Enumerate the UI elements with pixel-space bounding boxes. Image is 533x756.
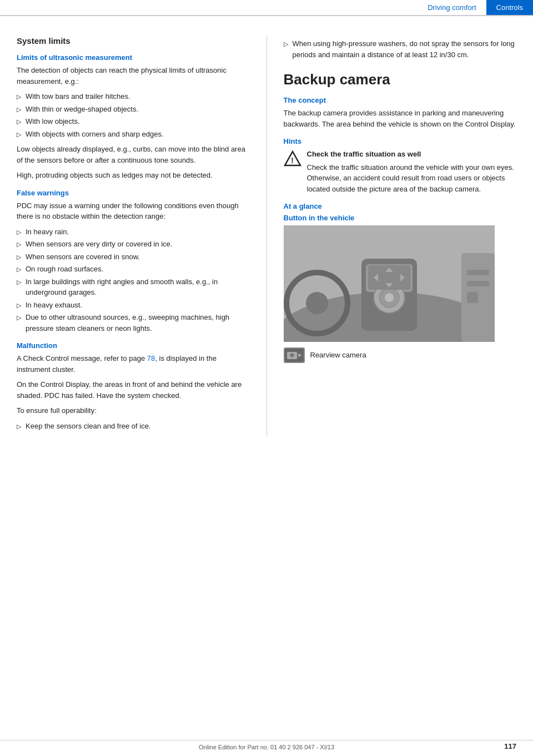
svg-rect-19 [467, 292, 478, 303]
list-item: ▷ When sensors are very dirty or covered… [17, 239, 250, 250]
tab-driving-comfort[interactable]: Driving comfort [418, 0, 486, 15]
bullet-arrow-icon: ▷ [284, 39, 288, 49]
malfunction-subsection-title: Malfunction [17, 341, 250, 350]
warning-box: ! Check the traffic situation as well Ch… [284, 149, 517, 194]
list-item: ▷ When sensors are covered in snow. [17, 251, 250, 263]
bullet-arrow-icon: ▷ [17, 228, 21, 237]
tab-controls[interactable]: Controls [486, 0, 533, 15]
left-column: System limits Limits of ultrasonic measu… [17, 36, 250, 436]
warning-triangle-icon: ! [284, 150, 301, 168]
page-header: Driving comfort Controls [0, 0, 533, 16]
button-in-vehicle-subsection-title: Button in the vehicle [284, 214, 517, 222]
bullet-arrow-icon: ▷ [17, 105, 21, 114]
malfunction-bullet-list: ▷ Keep the sensors clean and free of ice… [17, 421, 250, 432]
camera-button-icon [284, 347, 305, 363]
right-column: ▷ When using high-pressure washers, do n… [284, 36, 517, 436]
bullet-arrow-icon: ▷ [17, 253, 21, 262]
concept-text: The backup camera provides assistance in… [284, 108, 517, 129]
false-warnings-intro-text: PDC may issue a warning under the follow… [17, 200, 250, 222]
bullet-arrow-icon: ▷ [17, 117, 21, 127]
svg-point-23 [291, 354, 293, 356]
limits-bullet-list: ▷ With tow bars and trailer hitches. ▷ W… [17, 91, 250, 139]
bullet-arrow-icon: ▷ [17, 301, 21, 310]
rearview-camera-label: Rearview camera [310, 350, 366, 361]
limits-subsection-title: Limits of ultrasonic measurement [17, 53, 250, 62]
list-item: ▷ With thin or wedge-shaped objects. [17, 104, 250, 115]
bullet-arrow-icon: ▷ [17, 240, 21, 249]
false-warnings-bullet-list: ▷ In heavy rain. ▷ When sensors are very… [17, 226, 250, 334]
system-limits-title: System limits [17, 36, 250, 46]
car-interior-image [284, 225, 495, 342]
bullet-arrow-icon: ▷ [17, 130, 21, 139]
list-item: ▷ In heavy exhaust. [17, 300, 250, 311]
warning-text-block: Check the traffic situation as well Chec… [307, 149, 517, 194]
svg-rect-17 [467, 270, 489, 275]
backup-camera-title: Backup camera [284, 71, 517, 88]
false-warnings-subsection-title: False warnings [17, 189, 250, 197]
column-divider [266, 36, 267, 436]
svg-text:!: ! [291, 156, 294, 165]
svg-point-8 [385, 293, 394, 302]
low-objects-text: Low objects already displayed, e.g., cur… [17, 144, 250, 165]
bullet-arrow-icon: ▷ [17, 265, 21, 274]
at-a-glance-subsection-title: At a glance [284, 202, 517, 210]
list-item: ▷ With objects with corners and sharp ed… [17, 129, 250, 140]
rearview-camera-row: Rearview camera [284, 347, 517, 363]
malfunction-text3: To ensure full operability: [17, 405, 250, 416]
limits-intro-text: The detection of objects can reach the p… [17, 65, 250, 87]
bullet-arrow-icon: ▷ [17, 422, 21, 431]
header-divider [0, 16, 533, 16]
malfunction-link[interactable]: 78 [147, 354, 155, 362]
hints-subsection-title: Hints [284, 137, 517, 145]
svg-rect-18 [467, 281, 489, 286]
list-item: ▷ In large buildings with right angles a… [17, 276, 250, 298]
malfunction-text2: On the Control Display, the areas in fro… [17, 379, 250, 401]
footer: Online Edition for Part no. 01 40 2 926 … [0, 740, 533, 750]
list-item: ▷ Due to other ultrasound sources, e.g.,… [17, 312, 250, 334]
bullet-arrow-icon: ▷ [17, 92, 21, 102]
footer-text: Online Edition for Part no. 01 40 2 926 … [199, 744, 334, 750]
list-item: ▷ With low objects. [17, 116, 250, 127]
warning-body: Check the traffic situation around the v… [307, 162, 517, 195]
pressure-washer-list: ▷ When using high-pressure washers, do n… [284, 38, 517, 60]
car-interior-svg [284, 225, 495, 342]
high-objects-text: High, protruding objects such as ledges … [17, 170, 250, 181]
page-number: 117 [504, 742, 516, 750]
warning-line1: Check the traffic situation as well [307, 149, 517, 160]
list-item: ▷ In heavy rain. [17, 226, 250, 238]
malfunction-text1: A Check Control message, refer to page 7… [17, 353, 250, 375]
list-item: ▷ Keep the sensors clean and free of ice… [17, 421, 250, 432]
bullet-arrow-icon: ▷ [17, 313, 21, 322]
header-tabs: Driving comfort Controls [418, 0, 533, 15]
svg-point-15 [306, 292, 328, 314]
list-item: ▷ When using high-pressure washers, do n… [284, 38, 517, 60]
page-content: System limits Limits of ultrasonic measu… [0, 25, 533, 458]
bullet-arrow-icon: ▷ [17, 278, 21, 287]
list-item: ▷ With tow bars and trailer hitches. [17, 91, 250, 102]
concept-subsection-title: The concept [284, 96, 517, 104]
list-item: ▷ On rough road surfaces. [17, 264, 250, 275]
